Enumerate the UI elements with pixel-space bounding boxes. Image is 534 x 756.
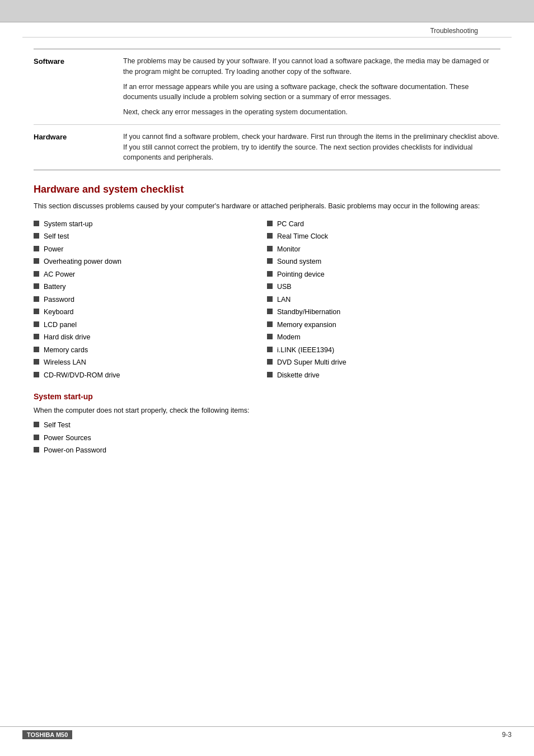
left-item-6: Password (44, 295, 74, 305)
list-item: Power Sources (34, 433, 500, 444)
right-item-5: USB (277, 282, 292, 292)
right-item-9: Modem (277, 333, 301, 343)
hardware-label: Hardware (34, 132, 123, 163)
right-item-6: LAN (277, 295, 291, 305)
bullet-icon (267, 359, 273, 365)
software-content: The problems may be caused by your softw… (123, 56, 500, 118)
left-item-11: Wireless LAN (44, 358, 86, 368)
list-item: Monitor (267, 245, 500, 255)
right-item-0: PC Card (277, 220, 304, 230)
list-item: Sound system (267, 257, 500, 267)
list-item: Power (34, 245, 267, 255)
list-item: PC Card (267, 220, 500, 230)
right-item-7: Standby/Hibernation (277, 307, 340, 318)
left-item-4: AC Power (44, 270, 75, 280)
section-label: Troubleshooting (430, 27, 478, 35)
bullet-icon (34, 233, 39, 239)
bullet-icon (34, 334, 39, 339)
system-startup-heading: System start-up (34, 392, 500, 401)
left-item-2: Power (44, 245, 63, 255)
list-item: Self Test (34, 421, 500, 431)
page-footer: TOSHIBA M50 9-3 (0, 726, 534, 739)
header-bar (0, 0, 534, 22)
hardware-para-1: If you cannot find a software problem, c… (123, 132, 500, 163)
list-item: System start-up (34, 220, 267, 230)
checklist-right-col: PC Card Real Time Clock Monitor Sound sy… (267, 220, 500, 384)
left-item-12: CD-RW/DVD-ROM drive (44, 371, 120, 381)
system-startup-intro: When the computer does not start properl… (34, 405, 500, 416)
right-item-2: Monitor (277, 245, 301, 255)
content-area: Software The problems may be caused by y… (0, 49, 534, 456)
hardware-row: Hardware If you cannot find a software p… (34, 125, 500, 170)
left-item-1: Self test (44, 232, 69, 242)
left-item-8: LCD panel (44, 320, 77, 330)
list-item: Memory expansion (267, 320, 500, 330)
system-startup-checklist: Self Test Power Sources Power-on Passwor… (34, 421, 500, 456)
list-item: USB (267, 282, 500, 292)
table-section: Software The problems may be caused by y… (34, 49, 500, 170)
list-item: Overheating power down (34, 257, 267, 267)
list-item: i.LINK (IEEE1394) (267, 346, 500, 356)
right-item-1: Real Time Clock (277, 232, 328, 242)
left-item-3: Overheating power down (44, 257, 121, 267)
right-item-3: Sound system (277, 257, 321, 267)
footer-page: 9-3 (502, 731, 512, 739)
list-item: Battery (34, 282, 267, 292)
bullet-icon (34, 372, 39, 377)
checklist-columns: System start-up Self test Power Overheat… (34, 220, 500, 384)
list-item: Memory cards (34, 346, 267, 356)
left-item-9: Hard disk drive (44, 333, 90, 343)
list-item: Modem (267, 333, 500, 343)
left-item-10: Memory cards (44, 346, 88, 356)
left-item-7: Keyboard (44, 307, 74, 318)
footer-model: TOSHIBA M50 (22, 730, 72, 739)
list-item: Diskette drive (267, 371, 500, 381)
checklist-left-col: System start-up Self test Power Overheat… (34, 220, 267, 384)
list-item: Password (34, 295, 267, 305)
startup-item-0: Self Test (44, 421, 71, 431)
hardware-checklist-heading: Hardware and system checklist (34, 184, 500, 195)
left-item-5: Battery (44, 282, 66, 292)
list-item: Hard disk drive (34, 333, 267, 343)
software-para-1: The problems may be caused by your softw… (123, 56, 500, 77)
troubleshooting-header: Troubleshooting (22, 22, 512, 38)
list-item: LCD panel (34, 320, 267, 330)
hardware-content: If you cannot find a software problem, c… (123, 132, 500, 163)
list-item: LAN (267, 295, 500, 305)
list-item: Standby/Hibernation (267, 307, 500, 318)
list-item: AC Power (34, 270, 267, 280)
software-row: Software The problems may be caused by y… (34, 49, 500, 125)
right-item-10: i.LINK (IEEE1394) (277, 346, 334, 356)
bullet-icon (34, 246, 39, 251)
software-para-3: Next, check any error messages in the op… (123, 107, 500, 118)
bullet-icon (34, 258, 39, 264)
bullet-icon (267, 296, 273, 302)
bullet-icon (34, 296, 39, 302)
list-item: Wireless LAN (34, 358, 267, 368)
bullet-icon (34, 447, 39, 452)
bullet-icon (267, 271, 273, 277)
bullet-icon (267, 321, 273, 327)
software-para-2: If an error message appears while you ar… (123, 82, 500, 103)
bullet-icon (34, 435, 39, 440)
list-item: Real Time Clock (267, 232, 500, 242)
software-label: Software (34, 56, 123, 118)
bullet-icon (267, 334, 273, 339)
bullet-icon (267, 246, 273, 251)
bullet-icon (267, 258, 273, 264)
bullet-icon (267, 309, 273, 314)
list-item: Pointing device (267, 270, 500, 280)
bullet-icon (267, 233, 273, 239)
bullet-icon (34, 271, 39, 277)
list-item: Power-on Password (34, 446, 500, 456)
startup-item-1: Power Sources (44, 433, 91, 444)
bullet-icon (267, 347, 273, 352)
hardware-checklist-intro: This section discusses problems caused b… (34, 201, 500, 212)
right-item-8: Memory expansion (277, 320, 336, 330)
bullet-icon (267, 221, 273, 226)
list-item: Self test (34, 232, 267, 242)
list-item: Keyboard (34, 307, 267, 318)
left-item-0: System start-up (44, 220, 93, 230)
bullet-icon (34, 309, 39, 314)
bullet-icon (267, 283, 273, 289)
